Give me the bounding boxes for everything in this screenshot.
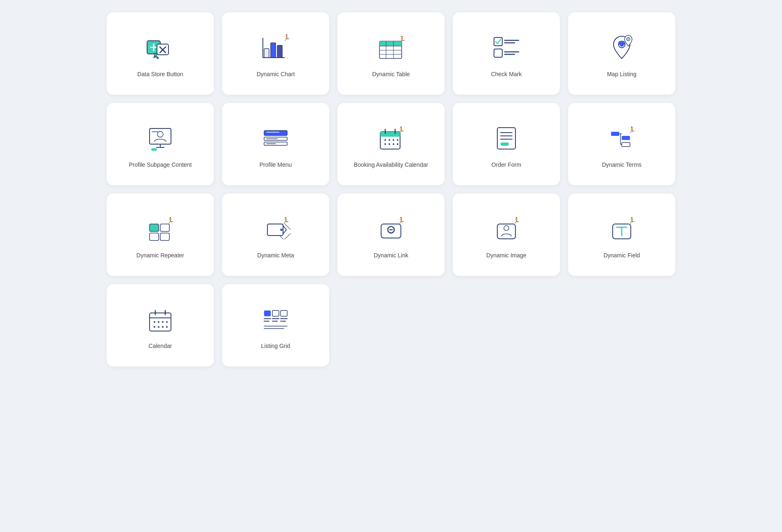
card-label-profile-subpage-content: Profile Subpage Content (129, 161, 192, 169)
svg-rect-104 (272, 310, 279, 316)
svg-rect-9 (271, 43, 276, 58)
card-icon-dynamic-link: 🏃 (375, 212, 407, 245)
svg-rect-25 (494, 49, 502, 57)
svg-text:🏃: 🏃 (628, 217, 636, 224)
svg-point-52 (397, 139, 398, 141)
svg-rect-65 (622, 142, 630, 147)
svg-rect-91 (150, 313, 171, 331)
svg-point-50 (389, 139, 390, 141)
svg-rect-8 (264, 49, 269, 58)
card-icon-dynamic-repeater: 🏃 (144, 212, 177, 245)
svg-rect-36 (151, 148, 157, 151)
card-dynamic-image[interactable]: 🏃 Dynamic Image (453, 194, 560, 276)
card-label-listing-grid: Listing Grid (261, 342, 290, 350)
svg-text:🏃: 🏃 (283, 34, 290, 41)
svg-rect-46 (380, 134, 400, 137)
svg-rect-73 (160, 233, 169, 240)
card-icon-listing-grid (259, 303, 292, 336)
card-label-dynamic-meta: Dynamic Meta (257, 252, 294, 260)
svg-point-56 (397, 143, 398, 145)
card-dynamic-table[interactable]: 🏃 Dynamic Table (337, 12, 445, 95)
svg-point-55 (393, 143, 394, 145)
card-label-dynamic-chart: Dynamic Chart (257, 70, 295, 79)
card-check-mark[interactable]: Check Mark (453, 12, 560, 95)
svg-point-32 (157, 131, 163, 137)
svg-rect-72 (150, 233, 159, 240)
svg-point-51 (393, 139, 394, 141)
card-dynamic-terms[interactable]: 🏃 Dynamic Terms (568, 103, 675, 185)
card-label-map-listing: Map Listing (607, 70, 637, 79)
card-label-dynamic-repeater: Dynamic Repeater (136, 252, 184, 260)
card-profile-menu[interactable]: Profile Menu (222, 103, 329, 185)
svg-rect-57 (497, 128, 515, 149)
svg-rect-103 (264, 310, 271, 316)
card-label-booking-availability-calendar: Booking Availability Calendar (354, 161, 428, 169)
card-label-dynamic-image: Dynamic Image (486, 252, 526, 260)
svg-rect-10 (277, 45, 282, 58)
card-icon-booking-availability-calendar: 🏃 (375, 121, 407, 154)
card-icon-calendar (144, 303, 177, 336)
svg-point-99 (154, 326, 155, 328)
svg-point-53 (384, 143, 386, 145)
card-label-dynamic-link: Dynamic Link (374, 252, 408, 260)
card-label-check-mark: Check Mark (491, 70, 522, 79)
card-icon-order-form (490, 121, 523, 154)
svg-rect-71 (160, 224, 169, 231)
card-map-listing[interactable]: Map Listing (568, 12, 675, 95)
svg-point-98 (166, 321, 168, 323)
svg-rect-16 (379, 44, 402, 46)
card-profile-subpage-content[interactable]: Profile Subpage Content (107, 103, 214, 185)
card-icon-dynamic-field: 🏃 (605, 212, 638, 245)
card-label-data-store-button: Data Store Button (137, 70, 183, 79)
svg-point-54 (389, 143, 390, 145)
card-icon-dynamic-image: 🏃 (490, 212, 523, 245)
card-icon-dynamic-meta: 🏃 (259, 212, 292, 245)
svg-rect-70 (150, 224, 159, 231)
svg-text:🏃: 🏃 (282, 217, 290, 224)
svg-point-102 (166, 326, 168, 328)
card-icon-data-store-button (144, 31, 177, 64)
svg-rect-105 (281, 310, 287, 316)
svg-rect-63 (611, 132, 619, 136)
svg-point-30 (627, 38, 629, 40)
card-icon-dynamic-terms: 🏃 (605, 121, 638, 154)
svg-point-100 (158, 326, 159, 328)
card-calendar[interactable]: Calendar (107, 284, 214, 366)
card-dynamic-field[interactable]: 🏃 Dynamic Field (568, 194, 675, 276)
card-icon-profile-subpage-content (144, 121, 177, 154)
svg-rect-85 (497, 224, 515, 239)
svg-rect-61 (501, 142, 509, 146)
card-label-calendar: Calendar (149, 342, 172, 350)
card-label-dynamic-table: Dynamic Table (372, 70, 410, 79)
card-dynamic-chart[interactable]: 🏃 Dynamic Chart (222, 12, 329, 95)
card-booking-availability-calendar[interactable]: 🏃 Booking Availability Calenda (337, 103, 445, 185)
svg-point-80 (280, 229, 283, 231)
svg-point-95 (154, 321, 155, 323)
card-icon-map-listing (605, 31, 638, 64)
card-order-form[interactable]: Order Form (453, 103, 560, 185)
card-label-order-form: Order Form (492, 161, 521, 169)
svg-text:🏃: 🏃 (513, 217, 520, 224)
svg-point-49 (384, 139, 386, 141)
svg-point-96 (158, 321, 159, 323)
card-icon-check-mark (490, 31, 523, 64)
card-data-store-button[interactable]: Data Store Button (107, 12, 214, 95)
card-listing-grid[interactable]: Listing Grid (222, 284, 329, 366)
card-dynamic-repeater[interactable]: 🏃 Dynamic Repeater (107, 194, 214, 276)
svg-text:🏃: 🏃 (398, 217, 405, 224)
card-icon-profile-menu (259, 121, 292, 154)
card-icon-dynamic-chart: 🏃 (259, 31, 292, 64)
svg-point-97 (162, 321, 164, 323)
svg-text:🏃: 🏃 (167, 217, 174, 224)
svg-text:🏃: 🏃 (628, 126, 636, 133)
card-icon-dynamic-table: 🏃 (375, 31, 407, 64)
svg-rect-37 (264, 131, 287, 135)
svg-rect-64 (622, 136, 630, 140)
card-dynamic-meta[interactable]: 🏃 Dynamic Meta (222, 194, 329, 276)
card-dynamic-link[interactable]: 🏃 Dynamic Link (337, 194, 445, 276)
card-label-profile-menu: Profile Menu (260, 161, 292, 169)
card-label-dynamic-field: Dynamic Field (604, 252, 640, 260)
svg-point-101 (162, 326, 164, 328)
card-grid: Data Store Button 🏃 Dynamic Chart 🏃 (107, 12, 675, 366)
card-label-dynamic-terms: Dynamic Terms (602, 161, 642, 169)
